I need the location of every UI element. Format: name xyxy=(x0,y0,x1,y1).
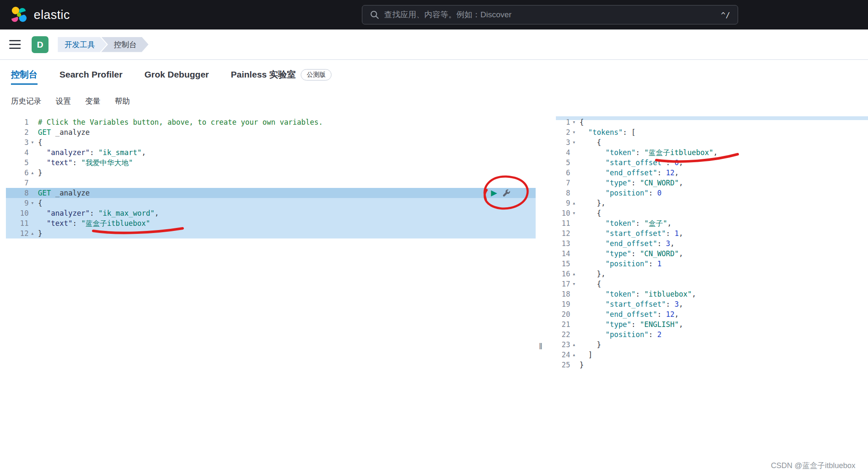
fold-toggle-icon[interactable]: ▴ xyxy=(570,198,578,208)
code-row[interactable]: 21 "type": "ENGLISH", xyxy=(556,319,868,329)
code-row[interactable]: 11 "text": "蓝盒子itbluebox" xyxy=(6,218,536,228)
code-row[interactable]: 8GET _analyze xyxy=(6,188,536,198)
code-text: "position": 2 xyxy=(578,329,662,340)
code-text: "type": "ENGLISH", xyxy=(578,319,683,329)
code-row[interactable]: 3▾{ xyxy=(6,137,536,147)
fold-toggle-icon[interactable]: ▴ xyxy=(570,269,578,279)
code-row[interactable]: 2▾ "tokens": [ xyxy=(556,127,868,137)
code-row[interactable]: 1▾{ xyxy=(556,117,868,127)
menu-item-settings[interactable]: 设置 xyxy=(56,96,71,106)
fold-toggle-icon[interactable]: ▴ xyxy=(570,340,578,350)
code-row[interactable]: 7 xyxy=(6,178,536,188)
request-controls: ▶ xyxy=(491,188,510,198)
fold-toggle-icon[interactable]: ▾ xyxy=(570,208,578,218)
request-editor-pane[interactable]: 1# Click the Variables button, above, to… xyxy=(6,113,536,474)
code-text: "type": "CN_WORD", xyxy=(578,178,683,188)
line-number: 12 xyxy=(6,228,29,238)
code-row[interactable]: 4 "analyzer": "ik_smart", xyxy=(6,147,536,158)
code-text: { xyxy=(578,208,601,218)
code-row[interactable]: 24▴ ] xyxy=(556,350,868,360)
code-text: } xyxy=(578,340,601,350)
fold-toggle-icon[interactable]: ▾ xyxy=(29,198,36,208)
code-row[interactable]: 5 "start_offset": 0, xyxy=(556,158,868,168)
code-row[interactable]: 18 "token": "itbluebox", xyxy=(556,289,868,299)
fold-spacer xyxy=(570,228,578,238)
code-row[interactable]: 22 "position": 2 xyxy=(556,329,868,340)
response-output-pane[interactable]: 1▾{2▾ "tokens": [3▾ {4 "token": "蓝盒子itbl… xyxy=(556,113,868,474)
tab-console[interactable]: 控制台 xyxy=(11,60,38,89)
code-row[interactable]: 5 "text": "我爱中华大地" xyxy=(6,158,536,168)
code-row[interactable]: 23▴ } xyxy=(556,340,868,350)
code-row[interactable]: 9▴ }, xyxy=(556,198,868,208)
fold-toggle-icon[interactable]: ▾ xyxy=(570,279,578,289)
send-request-button[interactable]: ▶ xyxy=(491,188,497,198)
breadcrumb-console[interactable]: 控制台 xyxy=(101,37,148,52)
code-row[interactable]: 12▴} xyxy=(6,228,536,238)
tab-search-profiler[interactable]: Search Profiler xyxy=(59,60,122,89)
space-avatar[interactable]: D xyxy=(32,36,49,53)
code-row[interactable]: 14 "type": "CN_WORD", xyxy=(556,249,868,259)
code-row[interactable]: 13 "end_offset": 3, xyxy=(556,238,868,249)
code-row[interactable]: 2GET _analyze xyxy=(6,127,536,137)
line-number: 1 xyxy=(6,117,29,127)
watermark-text: CSDN @蓝盒子itbluebox xyxy=(771,461,855,471)
code-row[interactable]: 1# Click the Variables button, above, to… xyxy=(6,117,536,127)
code-row[interactable]: 19 "start_offset": 3, xyxy=(556,299,868,309)
fold-spacer xyxy=(570,218,578,228)
menu-item-help[interactable]: 帮助 xyxy=(115,96,130,106)
tab-painless-lab[interactable]: Painless 实验室 公测版 xyxy=(231,60,332,89)
line-number: 6 xyxy=(556,168,570,178)
line-number: 19 xyxy=(556,299,570,309)
tab-grok-debugger[interactable]: Grok Debugger xyxy=(144,60,209,89)
fold-toggle-icon[interactable]: ▾ xyxy=(29,137,36,147)
panel-resizer-handle[interactable]: ‖ xyxy=(536,342,546,351)
fold-spacer xyxy=(570,147,578,158)
fold-toggle-icon[interactable]: ▾ xyxy=(570,117,578,127)
menu-item-history[interactable]: 历史记录 xyxy=(11,96,41,106)
fold-spacer xyxy=(29,188,36,198)
code-row[interactable]: 11 "token": "盒子", xyxy=(556,218,868,228)
code-row[interactable]: 3▾ { xyxy=(556,137,868,147)
code-text: "type": "CN_WORD", xyxy=(578,249,683,259)
breadcrumb-dev-tools[interactable]: 开发工具 xyxy=(58,37,107,52)
navigation-bar: D 开发工具 控制台 xyxy=(0,29,868,60)
fold-toggle-icon[interactable]: ▴ xyxy=(29,168,36,178)
fold-spacer xyxy=(570,309,578,319)
code-row[interactable]: 16▴ }, xyxy=(556,269,868,279)
line-number: 10 xyxy=(6,208,29,218)
kibana-dev-tools-page: elastic 查找应用、内容等。例如：Discover ^/ D 开发工具 控… xyxy=(0,0,868,474)
fold-toggle-icon[interactable]: ▾ xyxy=(570,137,578,147)
code-row[interactable]: 20 "end_offset": 12, xyxy=(556,309,868,319)
request-options-button[interactable] xyxy=(502,189,510,197)
hamburger-menu-button[interactable] xyxy=(9,40,21,49)
code-text: }, xyxy=(578,269,605,279)
code-text: { xyxy=(578,117,584,127)
fold-toggle-icon[interactable]: ▾ xyxy=(570,127,578,137)
response-viewer: 1▾{2▾ "tokens": [3▾ {4 "token": "蓝盒子itbl… xyxy=(556,113,868,370)
code-row[interactable]: 6 "end_offset": 12, xyxy=(556,168,868,178)
fold-spacer xyxy=(570,168,578,178)
code-row[interactable]: 10 "analyzer": "ik_max_word", xyxy=(6,208,536,218)
code-text: { xyxy=(578,279,601,289)
code-row[interactable]: 7 "type": "CN_WORD", xyxy=(556,178,868,188)
search-icon xyxy=(370,10,379,19)
code-row[interactable]: 17▾ { xyxy=(556,279,868,289)
code-row[interactable]: 25} xyxy=(556,360,868,370)
code-row[interactable]: 10▾ { xyxy=(556,208,868,218)
code-row[interactable]: 6▴} xyxy=(6,168,536,178)
elastic-logo-icon[interactable] xyxy=(10,6,28,24)
line-number: 9 xyxy=(6,198,29,208)
search-placeholder-text: 查找应用、内容等。例如：Discover xyxy=(384,9,721,20)
fold-spacer xyxy=(29,208,36,218)
fold-toggle-icon[interactable]: ▴ xyxy=(570,350,578,360)
request-editor[interactable]: 1# Click the Variables button, above, to… xyxy=(6,113,536,238)
fold-spacer xyxy=(570,249,578,259)
code-row[interactable]: 8 "position": 0 xyxy=(556,188,868,198)
code-row[interactable]: 9▾{ xyxy=(6,198,536,208)
fold-toggle-icon[interactable]: ▴ xyxy=(29,228,36,238)
code-row[interactable]: 12 "start_offset": 1, xyxy=(556,228,868,238)
menu-item-variables[interactable]: 变量 xyxy=(85,96,100,106)
code-row[interactable]: 15 "position": 1 xyxy=(556,259,868,269)
code-row[interactable]: 4 "token": "蓝盒子itbluebox", xyxy=(556,147,868,158)
global-search-input[interactable]: 查找应用、内容等。例如：Discover ^/ xyxy=(362,5,738,24)
